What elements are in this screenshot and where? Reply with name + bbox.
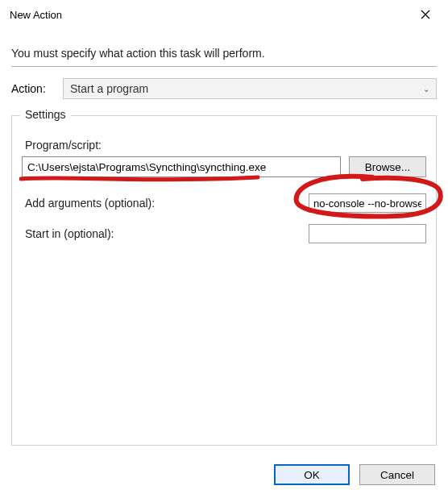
cancel-button[interactable]: Cancel [359, 464, 435, 485]
program-row: Browse... [22, 156, 426, 177]
divider [11, 66, 437, 67]
startin-row: Start in (optional): [22, 224, 426, 243]
action-dropdown[interactable]: Start a program ⌄ [63, 78, 437, 99]
footer: OK Cancel [0, 455, 448, 494]
action-label: Action: [11, 82, 53, 95]
window-title: New Action [10, 9, 62, 21]
settings-legend: Settings [20, 108, 71, 121]
close-icon [421, 10, 430, 19]
args-input[interactable] [309, 193, 426, 213]
browse-button[interactable]: Browse... [349, 156, 426, 177]
startin-label: Start in (optional): [25, 227, 114, 240]
ok-button[interactable]: OK [274, 464, 350, 485]
action-selected: Start a program [70, 82, 148, 95]
startin-input[interactable] [309, 224, 426, 243]
args-row: Add arguments (optional): [22, 193, 426, 213]
settings-group: Settings Program/script: Browse... Add a… [11, 115, 437, 446]
action-row: Action: Start a program ⌄ [11, 78, 437, 99]
dialog-body: You must specify what action this task w… [0, 26, 448, 446]
close-button[interactable] [409, 3, 442, 26]
instruction-text: You must specify what action this task w… [11, 47, 437, 60]
args-label: Add arguments (optional): [25, 197, 155, 210]
title-bar: New Action [0, 0, 448, 26]
program-label: Program/script: [25, 139, 426, 152]
chevron-down-icon: ⌄ [423, 85, 429, 93]
program-input[interactable] [22, 156, 341, 177]
